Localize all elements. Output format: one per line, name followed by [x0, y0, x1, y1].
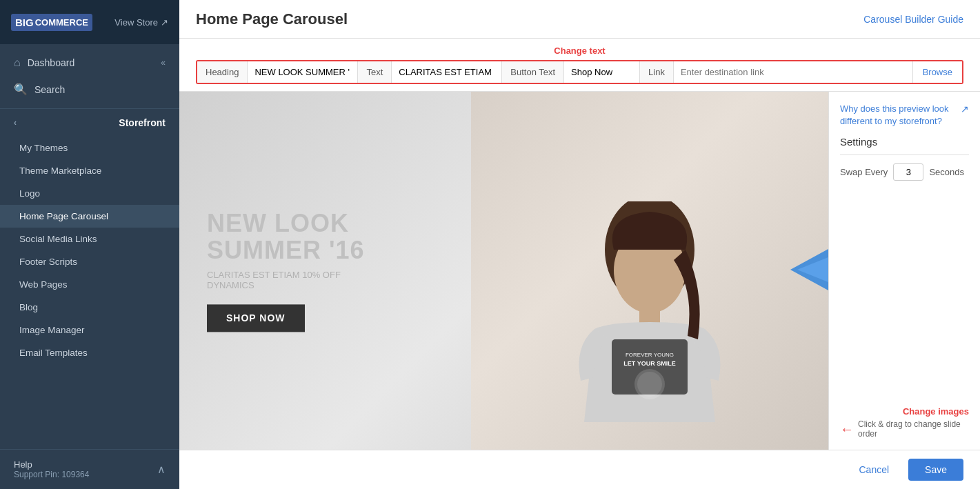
svg-text:LET YOUR SMILE: LET YOUR SMILE	[624, 360, 676, 367]
sidebar-item-image-manager[interactable]: Image Manager	[0, 319, 179, 341]
storefront-nav: My Themes Theme Marketplace Logo Home Pa…	[0, 137, 179, 364]
sidebar-item-email-templates[interactable]: Email Templates	[0, 341, 179, 364]
text-label: Text	[358, 61, 392, 83]
text-input[interactable]	[392, 61, 502, 83]
external-link-icon: ↗	[961, 103, 969, 117]
sidebar: BIGCOMMERCE View Store ↗ ⌂ Dashboard « 🔍…	[0, 0, 179, 489]
sidebar-footer: Help Support Pin: 109364 ∧	[0, 449, 179, 489]
heading-input[interactable]	[248, 61, 358, 83]
collapse-icon: «	[161, 58, 166, 68]
sidebar-item-search[interactable]: 🔍 Search	[0, 76, 179, 103]
carousel-text-overlay: NEW LOOKSUMMER '16 CLARITAS EST ETIAM 10…	[207, 210, 365, 332]
bigcommerce-logo: BIGCOMMERCE	[11, 14, 92, 31]
change-text-label: Change text	[196, 46, 963, 56]
svg-point-7	[637, 372, 662, 397]
support-pin: Support Pin: 109364	[14, 470, 89, 479]
drag-hint-text: Click & drag to change slide order	[858, 419, 969, 439]
shop-now-button[interactable]: SHOP NOW	[207, 304, 305, 332]
carousel-preview: FOREVER YOUNG LET YOUR SMILE	[179, 92, 828, 450]
bottom-bar: Cancel Save	[179, 450, 980, 489]
swap-every-input[interactable]	[893, 163, 923, 181]
nav-arrow-svg[interactable]	[790, 249, 828, 290]
model-area: FOREVER YOUNG LET YOUR SMILE	[471, 92, 828, 450]
right-panel: Why does this preview look different to …	[828, 92, 980, 450]
sidebar-item-logo[interactable]: Logo	[0, 182, 179, 205]
button-text-input[interactable]	[564, 61, 640, 83]
carousel-builder-guide-link[interactable]: Carousel Builder Guide	[863, 14, 963, 25]
sidebar-item-my-themes[interactable]: My Themes	[0, 137, 179, 159]
change-text-section: Change text Heading Text Button Text Lin…	[179, 39, 980, 92]
sidebar-item-footer-scripts[interactable]: Footer Scripts	[0, 250, 179, 273]
link-input[interactable]	[674, 61, 913, 83]
sidebar-item-web-pages[interactable]: Web Pages	[0, 273, 179, 296]
browse-button[interactable]: Browse	[913, 61, 962, 83]
search-icon: 🔍	[14, 83, 28, 96]
chevron-left-icon: ‹	[14, 118, 17, 128]
sidebar-header: BIGCOMMERCE View Store ↗	[0, 0, 179, 44]
link-label: Link	[640, 61, 674, 83]
main-content: Home Page Carousel Carousel Builder Guid…	[179, 0, 980, 489]
change-images-label: Change images	[840, 406, 969, 417]
heading-label: Heading	[197, 61, 248, 83]
help-label: Help	[14, 459, 89, 470]
home-icon: ⌂	[14, 57, 21, 69]
save-button[interactable]: Save	[908, 459, 963, 481]
main-header: Home Page Carousel Carousel Builder Guid…	[179, 0, 980, 39]
change-images-section: Change images ← Click & drag to change s…	[840, 401, 969, 439]
top-nav: ⌂ Dashboard « 🔍 Search	[0, 44, 179, 109]
svg-text:FOREVER YOUNG: FOREVER YOUNG	[626, 352, 674, 358]
settings-label: Settings	[840, 136, 969, 155]
sidebar-item-blog[interactable]: Blog	[0, 296, 179, 319]
seconds-label: Seconds	[929, 167, 964, 177]
model-svg: FOREVER YOUNG LET YOUR SMILE	[539, 201, 760, 450]
carousel-subtext: CLARITAS EST ETIAM 10% OFFDYNAMICS	[207, 270, 365, 290]
expand-icon[interactable]: ∧	[157, 463, 166, 476]
sidebar-item-dashboard[interactable]: ⌂ Dashboard «	[0, 50, 179, 76]
view-store-link[interactable]: View Store ↗	[114, 17, 168, 28]
cancel-button[interactable]: Cancel	[848, 459, 900, 481]
swap-row: Swap Every Seconds	[840, 163, 969, 181]
sidebar-item-theme-marketplace[interactable]: Theme Marketplace	[0, 159, 179, 182]
fields-row: Heading Text Button Text Link Browse	[196, 60, 963, 84]
preview-note: Why does this preview look different to …	[840, 103, 969, 128]
drag-arrow-icon: ←	[840, 421, 854, 437]
sidebar-item-home-page-carousel[interactable]: Home Page Carousel	[0, 205, 179, 228]
carousel-background: FOREVER YOUNG LET YOUR SMILE	[179, 92, 828, 450]
page-title: Home Page Carousel	[196, 10, 348, 28]
sidebar-item-social-media-links[interactable]: Social Media Links	[0, 228, 179, 250]
nav-arrow-container	[790, 249, 828, 293]
swap-label: Swap Every	[840, 167, 888, 177]
storefront-section[interactable]: ‹ Storefront	[0, 109, 179, 137]
preview-area: FOREVER YOUNG LET YOUR SMILE	[179, 92, 828, 450]
drag-hint: ← Click & drag to change slide order	[840, 419, 969, 439]
preview-note-text: Why does this preview look different to …	[840, 103, 958, 128]
carousel-heading: NEW LOOKSUMMER '16	[207, 210, 365, 264]
button-text-label: Button Text	[502, 61, 564, 83]
content-area: FOREVER YOUNG LET YOUR SMILE	[179, 92, 980, 450]
